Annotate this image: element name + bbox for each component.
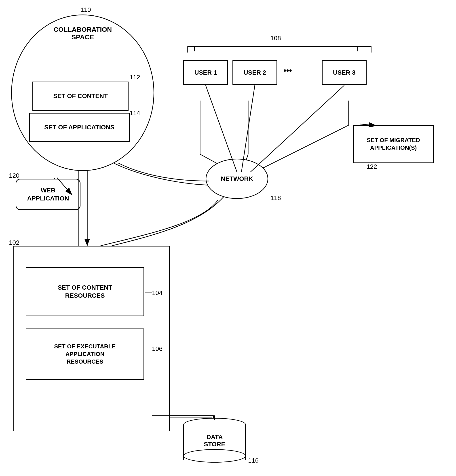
ref-110: 110 [80, 6, 91, 13]
collaboration-space-label: COLLABORATIONSPACE [25, 26, 141, 41]
ref-106: 106 [152, 345, 163, 352]
network-ellipse: NETWORK [206, 159, 268, 199]
ref-108: 108 [270, 35, 281, 42]
diagram: 110 COLLABORATIONSPACE 112 SET OF CONTEN… [0, 0, 456, 476]
set-of-applications-box: SET OF APPLICATIONS [29, 113, 130, 142]
user2-box: USER 2 [232, 60, 277, 85]
web-application-box: WEBAPPLICATION [16, 179, 80, 210]
ref-112: 112 [130, 74, 140, 81]
ref-120: 120 [9, 172, 19, 179]
set-of-content-resources-box: SET OF CONTENTRESOURCES [26, 267, 144, 316]
ref-104: 104 [152, 289, 163, 297]
set-of-executable-box: SET OF EXECUTABLEAPPLICATIONRESOURCES [26, 329, 144, 380]
ref-114: 114 [130, 110, 140, 117]
user1-box: USER 1 [183, 60, 228, 85]
user3-box: USER 3 [322, 60, 367, 85]
dots: ••• [284, 66, 292, 75]
set-of-content-box: SET OF CONTENT [32, 82, 129, 110]
data-store-label: DATASTORE [188, 434, 241, 448]
svg-line-27 [250, 85, 344, 172]
migrated-apps-box: SET OF MIGRATEDAPPLICATION(S) [353, 125, 434, 163]
ref-118: 118 [270, 195, 281, 202]
ref-116: 116 [248, 457, 259, 464]
ref-102: 102 [9, 239, 19, 246]
ref-122: 122 [367, 163, 377, 170]
